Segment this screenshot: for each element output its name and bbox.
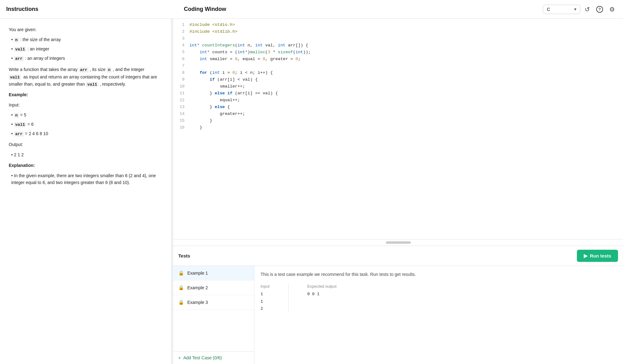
language-selector-wrapper[interactable]: C C++ Python Java ▼ <box>543 5 580 14</box>
output-list: 2 1 2 <box>9 151 162 158</box>
line-number: 2 <box>178 29 189 34</box>
line-number: 3 <box>178 36 189 41</box>
list-item: arr : an array of integers <box>11 55 162 62</box>
main-layout: You are given: n : the size of the array… <box>0 19 623 364</box>
play-icon: ▶ <box>584 253 587 259</box>
lock-icon: 🔒 <box>178 300 184 305</box>
tests-title: Tests <box>178 253 577 258</box>
code-line: 13 } else { <box>173 105 623 111</box>
code-val1: val1 <box>14 47 26 52</box>
language-select[interactable]: C C++ Python Java <box>543 5 580 14</box>
line-number: 10 <box>178 84 189 89</box>
code-line: 2 #include <stdlib.h> <box>173 29 623 36</box>
line-number: 5 <box>178 50 189 54</box>
reset-button[interactable]: ↺ <box>583 4 592 15</box>
code-line: 11 } else if (arr[i] == val) { <box>173 91 623 98</box>
code-n: n <box>14 37 19 43</box>
reset-icon: ↺ <box>585 6 590 13</box>
header-controls: C C++ Python Java ▼ ↺ ? ⚙ <box>543 4 617 15</box>
code-line: 14 greater++; <box>173 111 623 118</box>
line-number: 8 <box>178 70 189 75</box>
line-number: 4 <box>178 43 189 48</box>
code-line: 7 <box>173 64 623 70</box>
line-content: } else if (arr[i] == val) { <box>189 91 278 96</box>
code-line: 1 #include <stdio.h> <box>173 22 623 29</box>
code-line: 5 int* counts = (int*)malloc(3 * sizeof(… <box>173 50 623 57</box>
line-content: } else { <box>189 105 230 109</box>
coding-window-title: Coding Window <box>184 6 543 12</box>
horizontal-scrollbar[interactable] <box>173 239 623 246</box>
code-val1-inline: val1 <box>9 75 21 80</box>
code-line: 6 int smaller = 0, equal = 0, greater = … <box>173 57 623 64</box>
coding-panel: 1 #include <stdio.h> 2 #include <stdlib.… <box>173 19 623 364</box>
line-content: int* countIntegers(int n, int val, int a… <box>189 43 308 48</box>
plus-icon: + <box>178 355 181 360</box>
add-test-button[interactable]: + Add Test Case (0/6) <box>173 351 254 364</box>
line-content: if (arr[i] < val) { <box>189 77 258 82</box>
input-val1: val1 = 6 <box>11 121 162 128</box>
intro-text: You are given: <box>9 26 162 33</box>
explanation-item: In the given example, there are two inte… <box>11 172 162 186</box>
explanation-label: Explanation: <box>9 162 162 169</box>
code-line: 10 smaller++; <box>173 84 623 91</box>
input-label: Input <box>261 284 270 289</box>
line-content: #include <stdio.h> <box>189 22 235 27</box>
lock-icon: 🔒 <box>178 285 184 291</box>
line-content: } <box>189 118 212 123</box>
code-val1-inline2: val1 <box>86 82 98 87</box>
output-label: Output: <box>9 141 162 148</box>
line-content: #include <stdlib.h> <box>189 29 237 34</box>
code-line: 8 for (int i = 0; i < n; i++) { <box>173 70 623 77</box>
test-item-2[interactable]: 🔒 Example 2 <box>173 281 254 295</box>
test-list: 🔒 Example 1 🔒 Example 2 🔒 Example 3 + <box>173 266 254 364</box>
output-value: 2 1 2 <box>11 151 162 158</box>
line-content: } <box>189 125 202 130</box>
tests-header: Tests ▶ Run tests <box>173 246 623 266</box>
line-number: 1 <box>178 22 189 27</box>
help-icon: ? <box>596 6 603 13</box>
task-description: Write a function that takes the array ar… <box>9 66 162 88</box>
line-number: 6 <box>178 57 189 61</box>
tests-panel: Tests ▶ Run tests 🔒 Example 1 🔒 Example … <box>173 246 623 364</box>
instructions-panel: You are given: n : the size of the array… <box>0 19 171 364</box>
code-n-input: n <box>14 113 19 118</box>
code-line: 16 } <box>173 125 623 132</box>
scroll-thumb[interactable] <box>386 241 411 244</box>
expected-output-label: Expected output <box>307 284 337 289</box>
line-number: 13 <box>178 105 189 109</box>
test-io-container: Input 112 Expected output 0 0 1 <box>261 284 617 312</box>
coding-header: Coding Window C C++ Python Java ▼ ↺ ? ⚙ <box>178 4 617 15</box>
line-content: for (int i = 0; i < n; i++) { <box>189 70 273 75</box>
test-item-1[interactable]: 🔒 Example 1 <box>173 266 254 281</box>
explanation-list: In the given example, there are two inte… <box>9 172 162 186</box>
lock-icon: 🔒 <box>178 270 184 276</box>
settings-button[interactable]: ⚙ <box>607 4 617 15</box>
code-line: 15 } <box>173 118 623 125</box>
code-line: 12 equal++; <box>173 98 623 105</box>
line-content: equal++; <box>189 98 240 102</box>
test-item-3[interactable]: 🔒 Example 3 <box>173 295 254 310</box>
line-content: greater++; <box>189 111 245 116</box>
test-name: Example 3 <box>187 300 208 305</box>
input-values: 112 <box>261 291 270 312</box>
line-number: 9 <box>178 77 189 82</box>
input-arr: arr = 2 4 6 8 10 <box>11 130 162 138</box>
line-number: 11 <box>178 91 189 96</box>
help-button[interactable]: ? <box>594 4 605 15</box>
instructions-title: Instructions <box>6 6 38 12</box>
tests-body: 🔒 Example 1 🔒 Example 2 🔒 Example 3 + <box>173 266 623 364</box>
line-number: 15 <box>178 118 189 123</box>
list-item: val1 : an integer <box>11 45 162 53</box>
list-item: n : the size of the array <box>11 36 162 44</box>
input-n: n = 5 <box>11 111 162 119</box>
code-line: 9 if (arr[i] < val) { <box>173 77 623 84</box>
line-content: int* counts = (int*)malloc(3 * sizeof(in… <box>189 50 311 54</box>
line-number: 7 <box>178 64 189 68</box>
line-content: smaller++; <box>189 84 245 89</box>
code-arr: arr <box>14 56 24 61</box>
code-n-inline: n <box>107 67 112 73</box>
code-editor[interactable]: 1 #include <stdio.h> 2 #include <stdlib.… <box>173 19 623 239</box>
code-arr-input: arr <box>14 131 24 137</box>
run-tests-button[interactable]: ▶ Run tests <box>577 250 618 262</box>
code-line: 3 <box>173 36 623 43</box>
